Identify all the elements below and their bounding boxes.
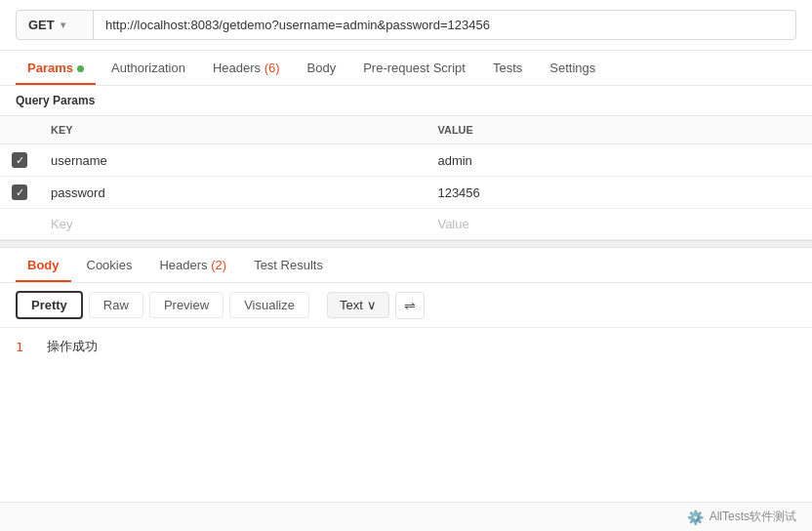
row3-key-placeholder[interactable]: Key — [39, 209, 426, 240]
checkbox-col-header — [0, 116, 39, 144]
rtab-cookies[interactable]: Cookies — [75, 248, 144, 282]
value-col-header: VALUE — [426, 116, 812, 144]
section-divider — [0, 240, 812, 248]
rtab-body[interactable]: Body — [16, 248, 71, 282]
raw-button[interactable]: Raw — [89, 292, 143, 318]
wrap-icon: ⇌ — [404, 298, 416, 313]
row2-value[interactable]: 123456 — [426, 177, 812, 209]
method-chevron: ▾ — [61, 20, 65, 30]
table-row: ✓ password 123456 — [0, 177, 812, 209]
format-selected: Text — [340, 298, 363, 312]
key-col-header: KEY — [39, 116, 426, 144]
table-row: Key Value — [0, 209, 812, 240]
tab-prerequest[interactable]: Pre-request Script — [351, 51, 477, 85]
wrap-button[interactable]: ⇌ — [395, 292, 425, 319]
request-tabs: Params Authorization Headers (6) Body Pr… — [0, 51, 812, 86]
response-line-1: 1 操作成功 — [16, 338, 796, 355]
row1-value[interactable]: admin — [426, 144, 812, 177]
rtab-headers[interactable]: Headers (2) — [147, 248, 238, 282]
logo-icon: ⚙️ — [687, 510, 704, 525]
tab-settings[interactable]: Settings — [538, 51, 607, 85]
preview-button[interactable]: Preview — [149, 292, 223, 318]
tab-body[interactable]: Body — [296, 51, 348, 85]
visualize-button[interactable]: Visualize — [229, 292, 309, 318]
url-bar: GET ▾ — [0, 0, 812, 51]
row2-key[interactable]: password — [39, 177, 426, 209]
format-toolbar: Pretty Raw Preview Visualize Text ∨ ⇌ — [0, 283, 812, 328]
tab-headers[interactable]: Headers (6) — [201, 51, 292, 85]
query-params-title: Query Params — [0, 86, 812, 115]
method-selector[interactable]: GET ▾ — [16, 10, 94, 40]
pretty-button[interactable]: Pretty — [16, 291, 83, 319]
tab-tests[interactable]: Tests — [481, 51, 534, 85]
row3-value-placeholder[interactable]: Value — [426, 209, 812, 240]
tab-authorization[interactable]: Authorization — [100, 51, 197, 85]
url-input[interactable] — [94, 10, 796, 40]
line-content-1: 操作成功 — [47, 338, 98, 355]
footer-logo: ⚙️ AllTests软件测试 — [687, 509, 796, 525]
params-dot — [77, 65, 84, 72]
method-label: GET — [28, 18, 55, 32]
footer: ⚙️ AllTests软件测试 — [0, 502, 812, 531]
format-dropdown[interactable]: Text ∨ — [327, 292, 389, 318]
row1-checkbox[interactable]: ✓ — [12, 152, 27, 168]
row1-key[interactable]: username — [39, 144, 426, 177]
rtab-testresults[interactable]: Test Results — [242, 248, 335, 282]
response-tabs: Body Cookies Headers (2) Test Results — [0, 248, 812, 283]
response-body: 1 操作成功 — [0, 328, 812, 502]
table-row: ✓ username admin — [0, 144, 812, 177]
row2-checkbox[interactable]: ✓ — [12, 184, 27, 200]
logo-text: AllTests软件测试 — [710, 509, 796, 525]
format-chevron: ∨ — [367, 298, 377, 312]
tab-params[interactable]: Params — [16, 51, 96, 85]
line-number-1: 1 — [16, 340, 31, 354]
params-table: KEY VALUE ✓ username admin — [0, 115, 812, 240]
